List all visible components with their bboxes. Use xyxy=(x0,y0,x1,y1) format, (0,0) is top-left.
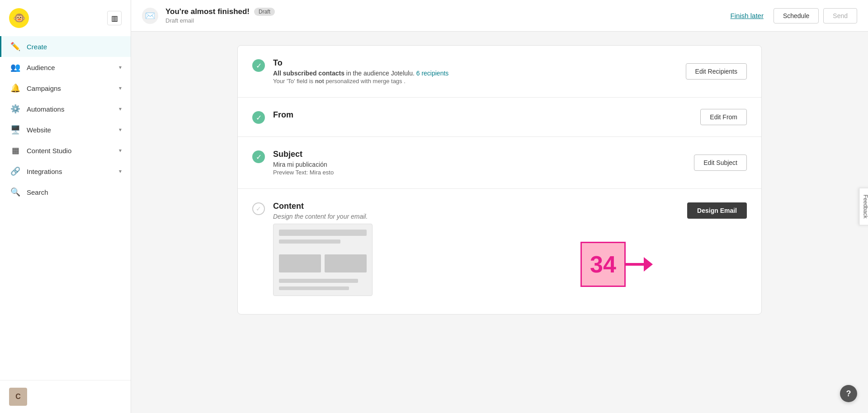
toggle-icon: ▥ xyxy=(111,14,118,23)
mailchimp-logo[interactable]: 🐵 xyxy=(9,8,29,28)
content-section-body: Content Design the content for your emai… xyxy=(273,202,747,296)
sidebar-item-label: Audience xyxy=(27,64,55,71)
content-section: ✓ Content Design the content for your em… xyxy=(238,189,761,314)
draft-badge: Draft xyxy=(254,8,275,16)
sidebar-item-automations[interactable]: ⚙️ Automations ▾ xyxy=(0,99,131,119)
chevron-down-icon: ▾ xyxy=(119,127,122,133)
sidebar-header: 🐵 ▥ xyxy=(0,0,131,36)
preview-bar-4 xyxy=(279,286,349,290)
avatar[interactable]: C xyxy=(9,388,27,406)
chevron-down-icon: ▾ xyxy=(119,168,122,174)
subject-text: Mira mi publicación xyxy=(273,161,747,168)
recipients-link[interactable]: 6 recipients xyxy=(416,70,449,77)
sidebar-item-create[interactable]: ✏️ Create xyxy=(0,36,131,57)
audience-name: Jotelulu. xyxy=(391,70,415,77)
finish-later-button[interactable]: Finish later xyxy=(725,8,769,23)
sidebar-item-label: Automations xyxy=(27,105,64,113)
to-detail: All subscribed contacts in the audience … xyxy=(273,70,747,77)
from-section: ✓ From Edit From xyxy=(238,98,761,137)
integrations-icon: 🔗 xyxy=(10,166,20,176)
subject-check-icon: ✓ xyxy=(252,150,265,163)
schedule-button[interactable]: Schedule xyxy=(774,8,819,23)
subject-section-body: Subject Mira mi publicación Preview Text… xyxy=(273,150,747,176)
not-text: not xyxy=(315,78,324,84)
edit-subject-action: Edit Subject xyxy=(694,155,747,171)
edit-recipients-action: Edit Recipients xyxy=(686,63,747,80)
design-email-action: Design Email xyxy=(687,202,747,219)
topbar-actions: Finish later Schedule Send xyxy=(725,8,857,23)
preview-row-1 xyxy=(279,254,367,272)
chevron-down-icon: ▾ xyxy=(119,106,122,112)
sidebar-item-label: Integrations xyxy=(27,168,62,175)
automations-icon: ⚙️ xyxy=(10,104,20,114)
to-section: ✓ To All subscribed contacts in the audi… xyxy=(238,46,761,98)
sidebar-item-label: Campaigns xyxy=(27,84,61,92)
subject-title: Subject xyxy=(273,150,747,159)
sidebar-item-label: Create xyxy=(27,43,47,51)
edit-from-action: Edit From xyxy=(700,109,747,125)
sidebar-item-integrations[interactable]: 🔗 Integrations ▾ xyxy=(0,161,131,182)
sidebar-item-search[interactable]: 🔍 Search xyxy=(0,182,131,202)
help-button[interactable]: ? xyxy=(840,385,857,402)
sidebar-nav: ✏️ Create 👥 Audience ▾ 🔔 Campaigns ▾ ⚙️ … xyxy=(0,36,131,380)
send-button[interactable]: Send xyxy=(823,8,857,23)
audience-icon: 👥 xyxy=(10,62,20,72)
email-icon: ✉️ xyxy=(142,8,158,24)
content-description: Design the content for your email. xyxy=(273,213,747,220)
topbar-subtitle: Draft email xyxy=(165,17,718,24)
edit-recipients-button[interactable]: Edit Recipients xyxy=(686,63,747,80)
preview-text: Preview Text: Mira esto xyxy=(273,169,747,176)
edit-subject-button[interactable]: Edit Subject xyxy=(694,155,747,171)
create-icon: ✏️ xyxy=(10,42,20,52)
preview-block-2 xyxy=(325,254,367,272)
sidebar-item-content-studio[interactable]: ▦ Content Studio ▾ xyxy=(0,140,131,161)
sidebar-item-label: Website xyxy=(27,126,51,134)
main-area: ✉️ You're almost finished! Draft Draft e… xyxy=(131,0,868,413)
topbar-title: You're almost finished! Draft xyxy=(165,7,718,16)
topbar: ✉️ You're almost finished! Draft Draft e… xyxy=(131,0,868,32)
sidebar-item-website[interactable]: 🖥️ Website ▾ xyxy=(0,119,131,140)
design-email-button[interactable]: Design Email xyxy=(687,202,747,219)
sidebar: 🐵 ▥ ✏️ Create 👥 Audience ▾ 🔔 Campaigns ▾… xyxy=(0,0,131,413)
all-subscribed-text: All subscribed contacts xyxy=(273,70,344,77)
content-studio-icon: ▦ xyxy=(10,145,20,155)
sidebar-footer: C xyxy=(0,380,131,413)
preview-bar-3 xyxy=(279,279,358,283)
campaigns-icon: 🔔 xyxy=(10,83,20,93)
content-area: ✓ To All subscribed contacts in the audi… xyxy=(131,32,868,413)
email-preview-thumbnail xyxy=(273,224,373,296)
topbar-info: You're almost finished! Draft Draft emai… xyxy=(165,7,718,24)
from-check-icon: ✓ xyxy=(252,111,265,124)
feedback-tab[interactable]: Feedback xyxy=(859,188,868,225)
sidebar-item-label: Search xyxy=(27,188,48,196)
sidebar-item-campaigns[interactable]: 🔔 Campaigns ▾ xyxy=(0,78,131,99)
from-section-body: From xyxy=(273,110,747,122)
subject-section: ✓ Subject Mira mi publicación Preview Te… xyxy=(238,137,761,189)
chevron-down-icon: ▾ xyxy=(119,64,122,70)
campaign-card: ✓ To All subscribed contacts in the audi… xyxy=(237,45,762,314)
content-check-icon: ✓ xyxy=(252,202,265,215)
to-title: To xyxy=(273,58,747,68)
sidebar-item-audience[interactable]: 👥 Audience ▾ xyxy=(0,57,131,78)
almost-finished-text: You're almost finished! xyxy=(165,7,250,16)
content-title: Content xyxy=(273,202,747,211)
preview-bar-1 xyxy=(279,230,367,236)
sidebar-item-label: Content Studio xyxy=(27,147,71,155)
in-audience-text: in the audience xyxy=(346,70,391,77)
chevron-down-icon: ▾ xyxy=(119,85,122,91)
chevron-down-icon: ▾ xyxy=(119,147,122,154)
search-icon: 🔍 xyxy=(10,187,20,197)
website-icon: 🖥️ xyxy=(10,125,20,135)
to-check-icon: ✓ xyxy=(252,59,265,72)
preview-bar-2 xyxy=(279,239,340,244)
edit-from-button[interactable]: Edit From xyxy=(700,109,747,125)
preview-block-1 xyxy=(279,254,321,272)
merge-warning: Your 'To' field is not personalized with… xyxy=(273,78,747,84)
to-section-body: To All subscribed contacts in the audien… xyxy=(273,58,747,84)
from-title: From xyxy=(273,110,747,120)
sidebar-toggle-button[interactable]: ▥ xyxy=(107,11,122,25)
